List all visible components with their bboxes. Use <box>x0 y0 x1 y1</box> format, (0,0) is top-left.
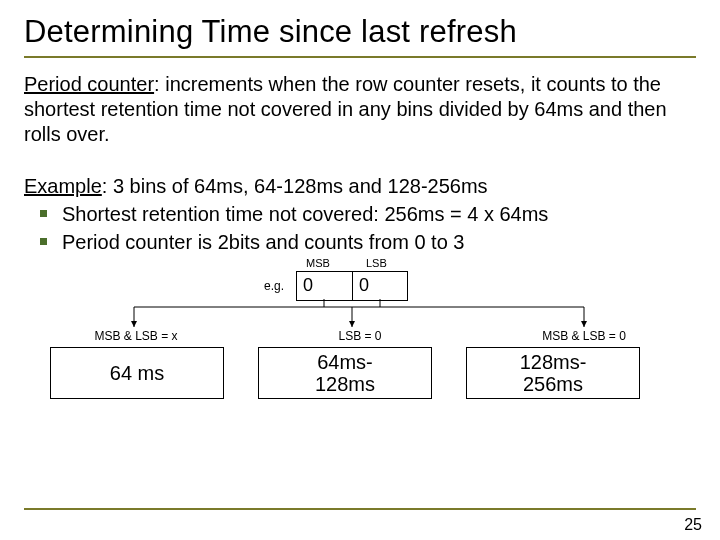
condition-text: MSB & LSB = x <box>24 329 248 343</box>
msb-label: MSB <box>306 257 330 269</box>
period-counter-paragraph: Period counter: increments when the row … <box>24 72 696 147</box>
example-bullet: Shortest retention time not covered: 256… <box>24 201 696 227</box>
counter-bits: 0 0 <box>296 271 408 301</box>
example-label: Example <box>24 175 102 197</box>
condition-row: MSB & LSB = x LSB = 0 MSB & LSB = 0 <box>24 329 696 343</box>
page-number: 25 <box>684 516 702 534</box>
bin-row: 64 ms 64ms-128ms 128ms-256ms <box>50 347 640 399</box>
eg-label: e.g. <box>264 279 284 293</box>
bin-box: 64 ms <box>50 347 224 399</box>
condition-text: MSB & LSB = 0 <box>472 329 696 343</box>
counter-diagram: MSB LSB e.g. 0 0 MSB & LSB = x LSB <box>24 257 696 427</box>
title-divider <box>24 56 696 58</box>
bin-box: 64ms-128ms <box>258 347 432 399</box>
bit-msb: 0 <box>297 272 352 300</box>
bit-lsb: 0 <box>352 272 407 300</box>
bin-box: 128ms-256ms <box>466 347 640 399</box>
example-block: Example: 3 bins of 64ms, 64-128ms and 12… <box>24 173 696 255</box>
period-counter-label: Period counter <box>24 73 154 95</box>
lsb-label: LSB <box>366 257 387 269</box>
example-intro: : 3 bins of 64ms, 64-128ms and 128-256ms <box>102 175 488 197</box>
slide-title: Determining Time since last refresh <box>24 14 696 50</box>
condition-text: LSB = 0 <box>248 329 472 343</box>
example-bullet: Period counter is 2bits and counts from … <box>24 229 696 255</box>
bottom-divider <box>24 508 696 510</box>
